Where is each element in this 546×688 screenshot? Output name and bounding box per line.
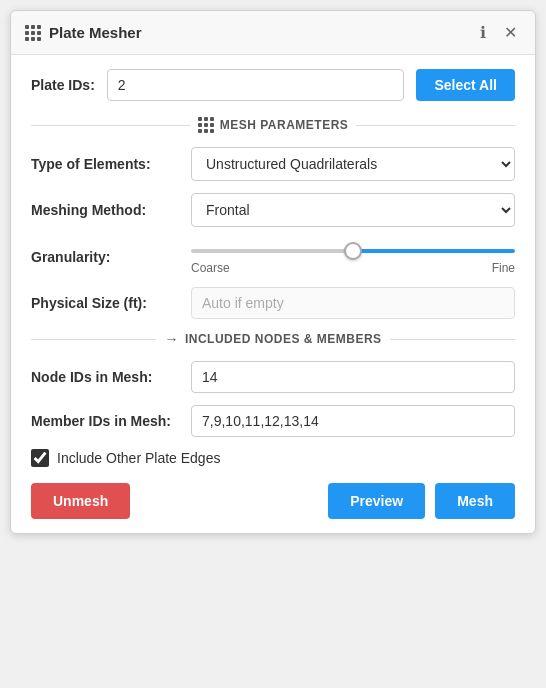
included-divider-right (390, 339, 515, 340)
checkbox-label: Include Other Plate Edges (57, 450, 220, 466)
type-of-elements-row: Type of Elements: Unstructured Quadrilat… (31, 147, 515, 181)
title-group: Plate Mesher (25, 24, 142, 41)
type-of-elements-select[interactable]: Unstructured Quadrilaterals Structured Q… (191, 147, 515, 181)
select-all-button[interactable]: Select All (416, 69, 515, 101)
footer-buttons: Unmesh Preview Mesh (31, 483, 515, 519)
granularity-row: Granularity: Coarse Fine (31, 239, 515, 275)
included-title: → INCLUDED NODES & MEMBERS (164, 331, 381, 347)
include-plate-edges-checkbox[interactable] (31, 449, 49, 467)
slider-labels: Coarse Fine (191, 261, 515, 275)
member-ids-control (191, 405, 515, 437)
member-ids-row: Member IDs in Mesh: (31, 405, 515, 437)
meshing-method-row: Meshing Method: Frontal Delaunay Packing… (31, 193, 515, 227)
physical-size-row: Physical Size (ft): (31, 287, 515, 319)
mesh-params-divider: MESH PARAMETERS (31, 117, 515, 133)
granularity-slider[interactable] (191, 249, 515, 253)
info-button[interactable]: ℹ (476, 21, 490, 44)
plate-ids-row: Plate IDs: Select All (31, 69, 515, 101)
panel-title: Plate Mesher (49, 24, 142, 41)
close-button[interactable]: ✕ (500, 21, 521, 44)
meshing-method-control: Frontal Delaunay Packing of Parallelogra… (191, 193, 515, 227)
physical-size-label: Physical Size (ft): (31, 295, 191, 311)
granularity-label: Granularity: (31, 249, 191, 265)
mesh-button[interactable]: Mesh (435, 483, 515, 519)
panel-header: Plate Mesher ℹ ✕ (11, 11, 535, 55)
plate-ids-input[interactable] (107, 69, 405, 101)
coarse-label: Coarse (191, 261, 230, 275)
checkbox-row: Include Other Plate Edges (31, 449, 515, 467)
section-grid-icon (198, 117, 214, 133)
node-ids-row: Node IDs in Mesh: (31, 361, 515, 393)
node-ids-label: Node IDs in Mesh: (31, 369, 191, 385)
included-divider-left (31, 339, 156, 340)
node-ids-control (191, 361, 515, 393)
btn-group-right: Preview Mesh (328, 483, 515, 519)
divider-line-left (31, 125, 190, 126)
meshing-method-select[interactable]: Frontal Delaunay Packing of Parallelogra… (191, 193, 515, 227)
mesh-params-title: MESH PARAMETERS (198, 117, 349, 133)
meshing-method-label: Meshing Method: (31, 202, 191, 218)
divider-line-right (356, 125, 515, 126)
node-ids-input[interactable] (191, 361, 515, 393)
member-ids-input[interactable] (191, 405, 515, 437)
fine-label: Fine (492, 261, 515, 275)
unmesh-button[interactable]: Unmesh (31, 483, 130, 519)
plate-ids-label: Plate IDs: (31, 77, 95, 93)
plate-mesher-panel: Plate Mesher ℹ ✕ Plate IDs: Select All M… (10, 10, 536, 534)
panel-body: Plate IDs: Select All MESH PARAMETERS Ty… (11, 55, 535, 533)
type-of-elements-label: Type of Elements: (31, 156, 191, 172)
type-of-elements-control: Unstructured Quadrilaterals Structured Q… (191, 147, 515, 181)
grid-icon (25, 25, 41, 41)
granularity-control: Coarse Fine (191, 239, 515, 275)
physical-size-input[interactable] (191, 287, 515, 319)
preview-button[interactable]: Preview (328, 483, 425, 519)
header-icons: ℹ ✕ (476, 21, 521, 44)
member-ids-label: Member IDs in Mesh: (31, 413, 191, 429)
included-divider: → INCLUDED NODES & MEMBERS (31, 331, 515, 347)
physical-size-control (191, 287, 515, 319)
